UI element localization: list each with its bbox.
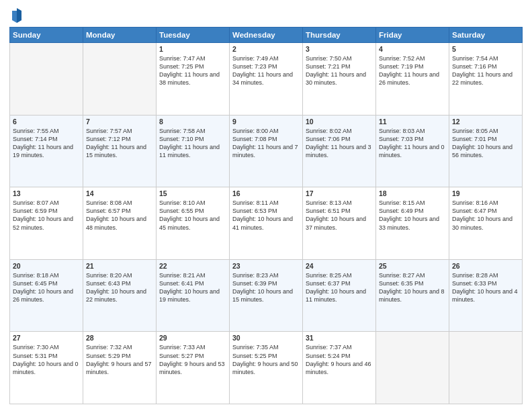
calendar-cell: 15Sunrise: 8:10 AM Sunset: 6:55 PM Dayli… bbox=[157, 187, 230, 260]
day-number: 23 bbox=[232, 262, 300, 270]
calendar-cell bbox=[376, 332, 449, 404]
day-info: Sunrise: 8:10 AM Sunset: 6:55 PM Dayligh… bbox=[159, 199, 226, 232]
day-number: 25 bbox=[379, 262, 446, 270]
day-info: Sunrise: 8:25 AM Sunset: 6:37 PM Dayligh… bbox=[306, 271, 373, 304]
calendar-cell: 12Sunrise: 8:05 AM Sunset: 7:01 PM Dayli… bbox=[449, 115, 523, 187]
day-number: 12 bbox=[452, 118, 519, 126]
calendar-dow-monday: Monday bbox=[83, 28, 157, 43]
day-info: Sunrise: 7:52 AM Sunset: 7:19 PM Dayligh… bbox=[379, 54, 446, 87]
day-number: 1 bbox=[159, 45, 226, 53]
calendar-week-1: 1Sunrise: 7:47 AM Sunset: 7:25 PM Daylig… bbox=[10, 43, 523, 116]
calendar-cell: 2Sunrise: 7:49 AM Sunset: 7:23 PM Daylig… bbox=[230, 43, 303, 116]
day-number: 17 bbox=[306, 189, 373, 197]
day-number: 8 bbox=[159, 118, 226, 126]
day-number: 26 bbox=[452, 262, 519, 270]
calendar-cell: 22Sunrise: 8:21 AM Sunset: 6:41 PM Dayli… bbox=[157, 259, 230, 332]
calendar-dow-wednesday: Wednesday bbox=[230, 28, 303, 43]
day-number: 16 bbox=[232, 189, 300, 197]
day-info: Sunrise: 7:57 AM Sunset: 7:12 PM Dayligh… bbox=[86, 127, 153, 160]
calendar-cell bbox=[10, 43, 83, 116]
day-info: Sunrise: 7:37 AM Sunset: 5:24 PM Dayligh… bbox=[306, 343, 373, 376]
day-number: 27 bbox=[13, 334, 80, 342]
page: SundayMondayTuesdayWednesdayThursdayFrid… bbox=[0, 0, 532, 411]
day-info: Sunrise: 8:02 AM Sunset: 7:06 PM Dayligh… bbox=[306, 127, 373, 160]
calendar-dow-sunday: Sunday bbox=[10, 28, 83, 43]
calendar-table: SundayMondayTuesdayWednesdayThursdayFrid… bbox=[9, 27, 523, 404]
calendar-week-5: 27Sunrise: 7:30 AM Sunset: 5:31 PM Dayli… bbox=[10, 332, 523, 404]
day-info: Sunrise: 8:11 AM Sunset: 6:53 PM Dayligh… bbox=[232, 199, 300, 232]
day-info: Sunrise: 7:32 AM Sunset: 5:29 PM Dayligh… bbox=[86, 343, 153, 376]
calendar-cell: 31Sunrise: 7:37 AM Sunset: 5:24 PM Dayli… bbox=[303, 332, 376, 404]
calendar-cell: 10Sunrise: 8:02 AM Sunset: 7:06 PM Dayli… bbox=[303, 115, 376, 187]
day-info: Sunrise: 7:47 AM Sunset: 7:25 PM Dayligh… bbox=[159, 54, 226, 87]
day-number: 30 bbox=[232, 334, 300, 342]
calendar-cell: 24Sunrise: 8:25 AM Sunset: 6:37 PM Dayli… bbox=[303, 259, 376, 332]
calendar-cell: 16Sunrise: 8:11 AM Sunset: 6:53 PM Dayli… bbox=[230, 187, 303, 260]
day-number: 13 bbox=[13, 189, 80, 197]
day-number: 10 bbox=[306, 118, 373, 126]
calendar-cell bbox=[449, 332, 523, 404]
day-info: Sunrise: 7:30 AM Sunset: 5:31 PM Dayligh… bbox=[13, 343, 80, 376]
day-info: Sunrise: 7:50 AM Sunset: 7:21 PM Dayligh… bbox=[306, 54, 373, 87]
day-info: Sunrise: 8:18 AM Sunset: 6:45 PM Dayligh… bbox=[13, 271, 80, 304]
day-number: 28 bbox=[86, 334, 153, 342]
day-info: Sunrise: 8:13 AM Sunset: 6:51 PM Dayligh… bbox=[306, 199, 373, 232]
day-number: 6 bbox=[13, 118, 80, 126]
day-info: Sunrise: 8:21 AM Sunset: 6:41 PM Dayligh… bbox=[159, 271, 226, 304]
svg-marker-1 bbox=[17, 8, 21, 23]
calendar-dow-thursday: Thursday bbox=[303, 28, 376, 43]
day-number: 4 bbox=[379, 45, 446, 53]
calendar-week-2: 6Sunrise: 7:55 AM Sunset: 7:14 PM Daylig… bbox=[10, 115, 523, 187]
calendar-cell: 30Sunrise: 7:35 AM Sunset: 5:25 PM Dayli… bbox=[230, 332, 303, 404]
calendar-cell: 6Sunrise: 7:55 AM Sunset: 7:14 PM Daylig… bbox=[10, 115, 83, 187]
day-number: 20 bbox=[13, 262, 80, 270]
calendar-cell: 11Sunrise: 8:03 AM Sunset: 7:03 PM Dayli… bbox=[376, 115, 449, 187]
day-number: 24 bbox=[306, 262, 373, 270]
calendar-cell: 14Sunrise: 8:08 AM Sunset: 6:57 PM Dayli… bbox=[83, 187, 157, 260]
day-number: 2 bbox=[232, 45, 300, 53]
calendar-cell: 19Sunrise: 8:16 AM Sunset: 6:47 PM Dayli… bbox=[449, 187, 523, 260]
day-number: 22 bbox=[159, 262, 226, 270]
day-info: Sunrise: 7:54 AM Sunset: 7:16 PM Dayligh… bbox=[452, 54, 519, 87]
calendar-week-3: 13Sunrise: 8:07 AM Sunset: 6:59 PM Dayli… bbox=[10, 187, 523, 260]
calendar-cell: 8Sunrise: 7:58 AM Sunset: 7:10 PM Daylig… bbox=[157, 115, 230, 187]
day-info: Sunrise: 8:00 AM Sunset: 7:08 PM Dayligh… bbox=[232, 127, 300, 160]
day-info: Sunrise: 7:33 AM Sunset: 5:27 PM Dayligh… bbox=[159, 343, 226, 376]
day-info: Sunrise: 8:08 AM Sunset: 6:57 PM Dayligh… bbox=[86, 199, 153, 232]
day-info: Sunrise: 8:16 AM Sunset: 6:47 PM Dayligh… bbox=[452, 199, 519, 232]
calendar-cell: 4Sunrise: 7:52 AM Sunset: 7:19 PM Daylig… bbox=[376, 43, 449, 116]
logo-icon bbox=[11, 8, 23, 23]
calendar-cell: 23Sunrise: 8:23 AM Sunset: 6:39 PM Dayli… bbox=[230, 259, 303, 332]
calendar-cell: 25Sunrise: 8:27 AM Sunset: 6:35 PM Dayli… bbox=[376, 259, 449, 332]
day-number: 7 bbox=[86, 118, 153, 126]
day-number: 3 bbox=[306, 45, 373, 53]
calendar-cell: 28Sunrise: 7:32 AM Sunset: 5:29 PM Dayli… bbox=[83, 332, 157, 404]
day-info: Sunrise: 7:49 AM Sunset: 7:23 PM Dayligh… bbox=[232, 54, 300, 87]
calendar-cell: 18Sunrise: 8:15 AM Sunset: 6:49 PM Dayli… bbox=[376, 187, 449, 260]
day-info: Sunrise: 7:55 AM Sunset: 7:14 PM Dayligh… bbox=[13, 127, 80, 160]
day-info: Sunrise: 7:35 AM Sunset: 5:25 PM Dayligh… bbox=[232, 343, 300, 376]
day-info: Sunrise: 8:23 AM Sunset: 6:39 PM Dayligh… bbox=[232, 271, 300, 304]
calendar-cell: 9Sunrise: 8:00 AM Sunset: 7:08 PM Daylig… bbox=[230, 115, 303, 187]
day-info: Sunrise: 8:20 AM Sunset: 6:43 PM Dayligh… bbox=[86, 271, 153, 304]
day-number: 15 bbox=[159, 189, 226, 197]
day-info: Sunrise: 8:27 AM Sunset: 6:35 PM Dayligh… bbox=[379, 271, 446, 304]
day-number: 29 bbox=[159, 334, 226, 342]
calendar-cell: 29Sunrise: 7:33 AM Sunset: 5:27 PM Dayli… bbox=[157, 332, 230, 404]
header bbox=[9, 7, 523, 23]
day-number: 21 bbox=[86, 262, 153, 270]
calendar-dow-saturday: Saturday bbox=[449, 28, 523, 43]
day-number: 19 bbox=[452, 189, 519, 197]
calendar-cell: 1Sunrise: 7:47 AM Sunset: 7:25 PM Daylig… bbox=[157, 43, 230, 116]
day-number: 14 bbox=[86, 189, 153, 197]
calendar-cell: 17Sunrise: 8:13 AM Sunset: 6:51 PM Dayli… bbox=[303, 187, 376, 260]
day-number: 31 bbox=[306, 334, 373, 342]
day-info: Sunrise: 8:07 AM Sunset: 6:59 PM Dayligh… bbox=[13, 199, 80, 232]
calendar-header-row: SundayMondayTuesdayWednesdayThursdayFrid… bbox=[10, 28, 523, 43]
day-info: Sunrise: 8:05 AM Sunset: 7:01 PM Dayligh… bbox=[452, 127, 519, 160]
calendar-cell: 27Sunrise: 7:30 AM Sunset: 5:31 PM Dayli… bbox=[10, 332, 83, 404]
day-number: 11 bbox=[379, 118, 446, 126]
calendar-week-4: 20Sunrise: 8:18 AM Sunset: 6:45 PM Dayli… bbox=[10, 259, 523, 332]
day-info: Sunrise: 8:28 AM Sunset: 6:33 PM Dayligh… bbox=[452, 271, 519, 304]
day-info: Sunrise: 8:03 AM Sunset: 7:03 PM Dayligh… bbox=[379, 127, 446, 160]
